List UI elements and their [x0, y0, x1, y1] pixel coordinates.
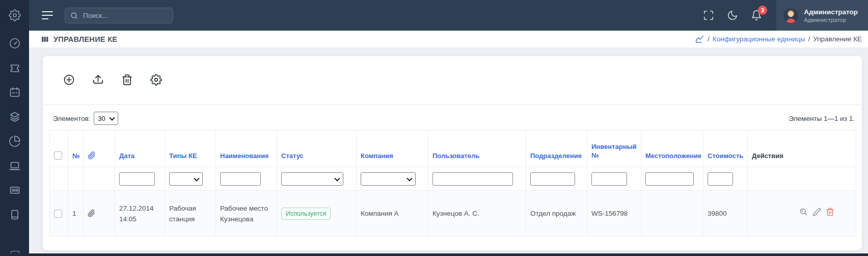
filter-cost-input[interactable]	[708, 172, 733, 186]
calendar-icon[interactable]	[9, 86, 21, 98]
header-name[interactable]: Наименование	[216, 131, 277, 167]
list-controls: Элементов: 30 Элементы 1—1 из 1.	[43, 105, 862, 125]
header-type[interactable]: Типы КЕ	[165, 131, 216, 167]
header-num[interactable]: №	[68, 131, 84, 167]
add-button[interactable]	[63, 74, 75, 86]
user-role: Администратор	[804, 16, 858, 23]
toolbar	[43, 56, 862, 86]
header-row: № Дата Типы КЕ Наименование Статус Компа…	[50, 131, 856, 167]
filter-date-input[interactable]	[119, 172, 155, 186]
notifications-bell[interactable]: 3	[751, 10, 762, 21]
ticket-icon[interactable]	[9, 62, 21, 74]
paperclip-icon	[88, 151, 96, 160]
filter-company-select[interactable]	[361, 172, 416, 186]
header-user[interactable]: Пользователь	[428, 131, 526, 167]
per-page-label: Элементов:	[53, 115, 90, 122]
breadcrumb-section-link[interactable]: Конфигурационные единицы	[713, 35, 805, 43]
cell-department: Отдел продаж	[526, 191, 587, 237]
top-navbar: 3 Администратор Администратор	[29, 0, 868, 31]
dark-mode-moon-icon[interactable]	[727, 10, 738, 21]
ci-table: № Дата Типы КЕ Наименование Статус Компа…	[49, 130, 856, 237]
book-icon[interactable]	[9, 209, 21, 221]
edit-pencil-icon[interactable]	[812, 208, 821, 216]
search-input[interactable]	[82, 11, 168, 20]
filter-inventory-input[interactable]	[591, 172, 627, 186]
sidebar	[0, 0, 29, 256]
search-icon	[70, 12, 78, 19]
header-date[interactable]: Дата	[115, 131, 165, 167]
header-select	[50, 131, 68, 167]
status-badge: Используется	[281, 208, 331, 220]
layers-icon[interactable]	[9, 111, 21, 123]
breadcrumb-current: Управление КЕ	[813, 35, 862, 43]
per-page-select-wrap: 30	[94, 112, 118, 125]
cell-type: Рабочая станция	[165, 191, 216, 237]
footer-bar	[0, 253, 868, 256]
filter-location-input[interactable]	[645, 172, 694, 186]
hamburger-menu-icon[interactable]	[42, 11, 53, 19]
filter-department-input[interactable]	[530, 172, 575, 186]
items-range-summary: Элементы 1—1 из 1.	[789, 115, 855, 122]
pie-chart-icon[interactable]	[9, 135, 21, 147]
barcode-icon[interactable]	[9, 184, 21, 196]
cell-date: 27.12.2014 14:05	[115, 191, 165, 237]
select-all-checkbox[interactable]	[54, 151, 62, 160]
header-cost[interactable]: Стоимость	[703, 131, 748, 167]
cell-name: Рабочее место Кузнецова	[216, 191, 277, 237]
delete-button[interactable]	[121, 74, 133, 86]
dashboard-speedometer-icon[interactable]	[9, 37, 21, 49]
cell-location	[641, 191, 703, 237]
main-card: Элементов: 30 Элементы 1—1 из 1. №	[43, 56, 862, 250]
cell-user: Кузнецов А. С.	[428, 191, 526, 237]
view-magnifier-icon[interactable]	[799, 208, 808, 216]
global-search	[65, 8, 173, 23]
cell-inventory: WS-156798	[587, 191, 641, 237]
user-texts: Администратор Администратор	[804, 8, 858, 23]
filter-row	[50, 167, 856, 191]
table-row[interactable]: 1 27.12.2014 14:05 Рабочая станция Рабоч…	[50, 191, 856, 237]
header-status[interactable]: Статус	[277, 131, 357, 167]
filter-type-select[interactable]	[169, 172, 203, 186]
header-company[interactable]: Компания	[357, 131, 428, 167]
breadcrumb: / Конфигурационные единицы / Управление …	[695, 34, 862, 44]
paperclip-icon	[88, 210, 95, 217]
filter-status-select[interactable]	[281, 172, 343, 186]
header-inventory[interactable]: Инвентарный №	[587, 131, 641, 167]
export-upload-button[interactable]	[92, 74, 104, 86]
navbar-right: 3 Администратор Администратор	[703, 0, 868, 31]
cell-actions	[748, 191, 856, 237]
filter-user-input[interactable]	[432, 172, 513, 186]
cell-attachment	[84, 191, 115, 237]
laptop-icon[interactable]	[9, 160, 21, 172]
cell-num: 1	[68, 191, 84, 237]
columns-icon	[41, 35, 49, 43]
settings-gear-icon[interactable]	[9, 9, 21, 21]
user-name: Администратор	[804, 8, 858, 16]
user-menu[interactable]: Администратор Администратор	[776, 0, 868, 31]
notification-count-badge: 3	[758, 6, 767, 15]
cell-status: Используется	[277, 191, 357, 237]
page-title: УПРАВЛЕНИЕ КЕ	[41, 35, 117, 43]
table-wrap: № Дата Типы КЕ Наименование Статус Компа…	[49, 130, 856, 237]
line-chart-icon[interactable]	[695, 34, 704, 44]
filter-name-input[interactable]	[220, 172, 261, 186]
header-department[interactable]: Подразделение	[526, 131, 587, 167]
header-actions: Действия	[748, 131, 856, 167]
row-checkbox[interactable]	[54, 210, 62, 218]
title-bar: УПРАВЛЕНИЕ КЕ / Конфигурационные единицы…	[29, 31, 868, 47]
avatar	[783, 8, 798, 23]
cell-cost: 39800	[703, 191, 748, 237]
cell-company: Компания А	[357, 191, 428, 237]
header-attachment[interactable]	[84, 131, 115, 167]
per-page-select[interactable]: 30	[94, 112, 118, 125]
settings-gear-button[interactable]	[150, 74, 162, 86]
delete-trash-icon[interactable]	[826, 208, 834, 216]
per-page-control: Элементов: 30	[53, 112, 118, 125]
fullscreen-icon[interactable]	[703, 10, 714, 21]
header-location[interactable]: Местоположение	[641, 131, 703, 167]
